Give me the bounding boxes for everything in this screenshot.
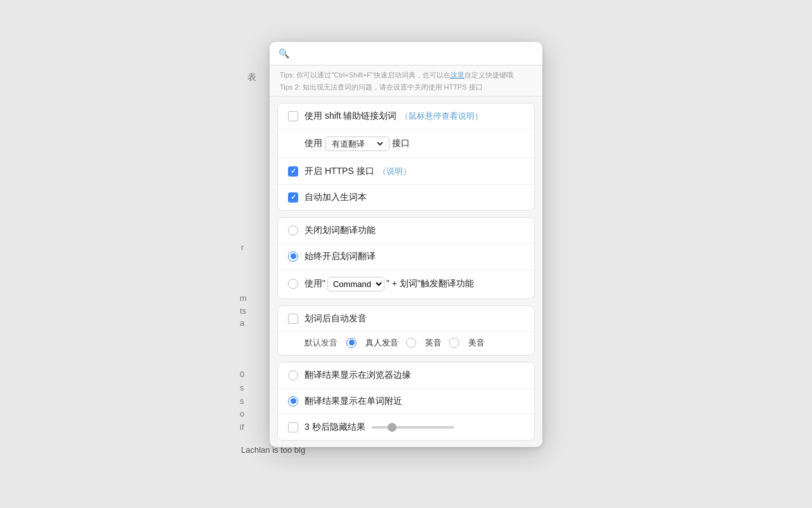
search-bar: 🔍 [270, 42, 542, 65]
radio-american[interactable] [449, 338, 459, 348]
row-shift-assist: 使用 shift 辅助链接划词 （鼠标悬停查看说明） [278, 104, 534, 130]
radio-english[interactable] [406, 338, 416, 348]
label-auto-add: 自动加入生词本 [304, 192, 367, 203]
radio-item-english: 英音 [406, 337, 442, 349]
radio-show-near-word[interactable] [288, 396, 298, 406]
label-american: 美音 [468, 337, 485, 349]
label-use: 使用 [304, 138, 322, 149]
section-1: 使用 shift 辅助链接划词 （鼠标悬停查看说明） 使用 有道翻译 Googl… [277, 103, 535, 211]
row-auto-add: 自动加入生词本 [278, 185, 534, 210]
label-default-pronounce: 默认发音 [304, 337, 337, 349]
tip2: Tips 2: 知出现无法查词的问题，请在设置中关闭使用 HTTPS 接口 [280, 81, 532, 93]
checkbox-https[interactable] [288, 166, 298, 177]
row-https: 开启 HTTPS 接口 （说明） [278, 159, 534, 185]
label-https: 开启 HTTPS 接口 [304, 166, 374, 177]
tips-area: Tips: 你可以通过"Ctrl+Shift+F"快速启动词典，也可以在这里自定… [270, 65, 542, 96]
link-shift-assist[interactable]: （鼠标悬停查看说明） [400, 110, 483, 122]
label-interface: 接口 [392, 138, 410, 149]
section-3: 划词后自动发音 默认发音 真人发音 英音 美音 [277, 305, 535, 356]
radio-item-real-voice: 真人发音 [346, 337, 398, 349]
label-always-translate: 始终开启划词翻译 [304, 251, 376, 262]
row-disable-translate: 关闭划词翻译功能 [278, 218, 534, 244]
label-trigger-prefix: 使用" [304, 278, 325, 290]
row-trigger-translate: 使用" Command Shift Alt Ctrl " + 划词"触发翻译功能 [278, 270, 534, 298]
radio-trigger-translate[interactable] [288, 279, 298, 289]
search-icon: 🔍 [278, 48, 289, 58]
label-shift-assist: 使用 shift 辅助链接划词 [304, 110, 396, 122]
search-input[interactable] [294, 48, 534, 58]
command-select[interactable]: Command Shift Alt Ctrl [327, 277, 384, 291]
label-show-near-word: 翻译结果显示在单词附近 [304, 396, 402, 407]
tip1-link[interactable]: 这里 [450, 71, 464, 79]
pronounce-radio-group: 真人发音 英音 美音 [346, 337, 485, 349]
row-always-translate: 始终开启划词翻译 [278, 244, 534, 270]
section-4: 翻译结果显示在浏览器边缘 翻译结果显示在单词附近 3 秒后隐藏结果 [277, 362, 535, 441]
label-show-browser-edge: 翻译结果显示在浏览器边缘 [304, 370, 411, 381]
row-show-browser-edge: 翻译结果显示在浏览器边缘 [278, 363, 534, 389]
checkbox-shift-assist[interactable] [288, 111, 298, 121]
radio-real-voice[interactable] [346, 338, 357, 348]
radio-item-american: 美音 [449, 337, 485, 349]
checkbox-hide-after-seconds[interactable] [288, 422, 298, 432]
interface-select-wrapper[interactable]: 有道翻译 Google翻译 百度翻译 [325, 137, 390, 151]
radio-show-browser-edge[interactable] [288, 370, 298, 380]
label-trigger-suffix: " + 划词"触发翻译功能 [386, 278, 474, 290]
label-auto-pronounce: 划词后自动发音 [304, 313, 367, 324]
interface-select[interactable]: 有道翻译 Google翻译 百度翻译 [329, 138, 385, 149]
checkbox-auto-add[interactable] [288, 192, 298, 203]
settings-popup: 🔍 Tips: 你可以通过"Ctrl+Shift+F"快速启动词典，也可以在这里… [270, 42, 542, 446]
section-2: 关闭划词翻译功能 始终开启划词翻译 使用" Command Shift Alt … [277, 217, 535, 299]
link-https[interactable]: （说明） [378, 166, 411, 177]
label-real-voice: 真人发音 [365, 337, 398, 349]
row-use-interface: 使用 有道翻译 Google翻译 百度翻译 接口 [278, 130, 534, 159]
label-hide-after-seconds: 3 秒后隐藏结果 [304, 422, 365, 433]
row-show-near-word: 翻译结果显示在单词附近 [278, 389, 534, 415]
tip1: Tips: 你可以通过"Ctrl+Shift+F"快速启动词典，也可以在这里自定… [280, 69, 532, 81]
row-auto-pronounce: 划词后自动发音 [278, 306, 534, 332]
label-english: 英音 [425, 337, 442, 349]
row-hide-after-seconds: 3 秒后隐藏结果 [278, 415, 534, 440]
radio-disable-translate[interactable] [288, 225, 298, 236]
radio-always-translate[interactable] [288, 251, 298, 262]
checkbox-auto-pronounce[interactable] [288, 314, 298, 324]
hide-seconds-slider[interactable] [372, 426, 454, 429]
label-disable-translate: 关闭划词翻译功能 [304, 225, 376, 236]
row-pronounce-type: 默认发音 真人发音 英音 美音 [278, 332, 534, 355]
